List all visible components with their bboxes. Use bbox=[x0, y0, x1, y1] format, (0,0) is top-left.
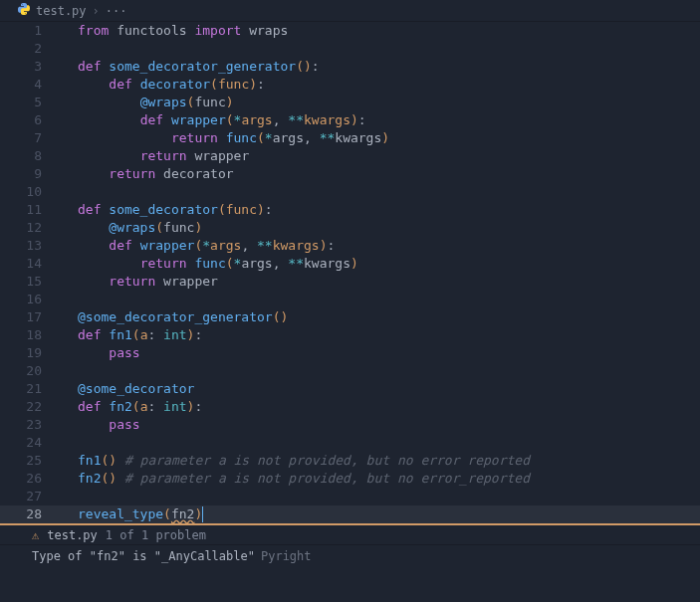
token: ** bbox=[257, 238, 273, 253]
code-content[interactable]: return wrapper bbox=[58, 273, 218, 291]
token: ) bbox=[194, 506, 202, 521]
code-content[interactable]: fn1() # parameter a is not provided, but… bbox=[58, 452, 530, 470]
token: func bbox=[163, 220, 194, 235]
token bbox=[78, 130, 171, 145]
token: kwargs bbox=[304, 256, 350, 271]
code-line[interactable]: 25fn1() # parameter a is not provided, b… bbox=[0, 452, 700, 470]
code-line[interactable]: 28reveal_type(fn2) bbox=[0, 505, 700, 523]
code-content[interactable]: pass bbox=[58, 416, 140, 434]
problems-filename: test.py bbox=[47, 528, 98, 542]
code-line[interactable]: 20 bbox=[0, 362, 700, 380]
python-file-icon bbox=[18, 3, 30, 18]
code-line[interactable]: 16 bbox=[0, 291, 700, 308]
code-content[interactable] bbox=[58, 362, 78, 380]
problems-bar[interactable]: ⚠ test.py 1 of 1 problem bbox=[0, 523, 700, 545]
line-number: 9 bbox=[0, 165, 58, 183]
line-number: 14 bbox=[0, 255, 58, 273]
code-content[interactable]: def wrapper(*args, **kwargs): bbox=[58, 111, 366, 129]
code-line[interactable]: 7 return func(*args, **kwargs) bbox=[0, 129, 700, 147]
diagnostic-message: Type of "fn2" is "_AnyCallable" bbox=[32, 549, 255, 563]
code-line[interactable]: 18def fn1(a: int): bbox=[0, 326, 700, 344]
token: func bbox=[194, 256, 225, 271]
code-content[interactable]: def wrapper(*args, **kwargs): bbox=[58, 237, 335, 255]
code-editor[interactable]: 1from functools import wraps23def some_d… bbox=[0, 22, 700, 523]
code-content[interactable]: @wraps(func) bbox=[58, 219, 202, 237]
token: fn1 bbox=[109, 327, 131, 342]
code-content[interactable]: return wrapper bbox=[58, 147, 249, 165]
token: func bbox=[194, 95, 225, 109]
token: : bbox=[358, 112, 366, 127]
code-content[interactable] bbox=[58, 183, 78, 201]
code-line[interactable]: 21@some_decorator bbox=[0, 380, 700, 398]
code-content[interactable]: pass bbox=[58, 344, 140, 362]
code-line[interactable]: 1from functools import wraps bbox=[0, 22, 700, 40]
code-content[interactable]: return decorator bbox=[58, 165, 234, 183]
code-content[interactable]: @some_decorator_generator() bbox=[58, 308, 288, 326]
code-content[interactable] bbox=[58, 434, 78, 452]
code-line[interactable]: 9 return decorator bbox=[0, 165, 700, 183]
code-line[interactable]: 12 @wraps(func) bbox=[0, 219, 700, 237]
token: * bbox=[265, 130, 273, 145]
token: some_decorator_generator bbox=[109, 59, 296, 74]
code-line[interactable]: 27 bbox=[0, 488, 700, 505]
line-number: 17 bbox=[0, 308, 58, 326]
token: * bbox=[202, 238, 210, 253]
code-content[interactable]: def fn2(a: int): bbox=[58, 398, 202, 416]
line-number: 21 bbox=[0, 380, 58, 398]
token: ) bbox=[257, 202, 265, 217]
token bbox=[78, 417, 109, 432]
token: kwargs bbox=[304, 112, 350, 127]
code-content[interactable]: def some_decorator(func): bbox=[58, 201, 273, 219]
code-content[interactable]: def some_decorator_generator(): bbox=[58, 58, 320, 76]
line-number: 1 bbox=[0, 22, 58, 40]
code-line[interactable]: 11def some_decorator(func): bbox=[0, 201, 700, 219]
code-line[interactable]: 6 def wrapper(*args, **kwargs): bbox=[0, 111, 700, 129]
code-content[interactable]: fn2() # parameter a is not provided, but… bbox=[58, 470, 530, 488]
code-content[interactable] bbox=[58, 291, 78, 308]
token: ** bbox=[288, 256, 304, 271]
code-content[interactable] bbox=[58, 488, 78, 505]
token: ) bbox=[350, 112, 358, 127]
code-line[interactable]: 13 def wrapper(*args, **kwargs): bbox=[0, 237, 700, 255]
code-line[interactable]: 8 return wrapper bbox=[0, 147, 700, 165]
code-line[interactable]: 22def fn2(a: int): bbox=[0, 398, 700, 416]
token: def bbox=[78, 327, 101, 342]
line-number: 12 bbox=[0, 219, 58, 237]
code-line[interactable]: 15 return wrapper bbox=[0, 273, 700, 291]
token: some_decorator bbox=[109, 202, 218, 217]
token: ** bbox=[320, 130, 336, 145]
code-line[interactable]: 5 @wraps(func) bbox=[0, 94, 700, 111]
code-line[interactable]: 23 pass bbox=[0, 416, 700, 434]
code-content[interactable] bbox=[58, 40, 78, 58]
diagnostic-row[interactable]: Type of "fn2" is "_AnyCallable" Pyright bbox=[0, 545, 700, 567]
token bbox=[163, 112, 171, 127]
token bbox=[78, 256, 140, 271]
breadcrumb[interactable]: test.py › ··· bbox=[0, 0, 700, 22]
code-content[interactable]: def fn1(a: int): bbox=[58, 326, 202, 344]
code-content[interactable]: reveal_type(fn2) bbox=[58, 505, 203, 523]
token: def bbox=[78, 202, 101, 217]
token bbox=[132, 238, 140, 253]
code-content[interactable]: def decorator(func): bbox=[58, 76, 265, 94]
code-line[interactable]: 17@some_decorator_generator() bbox=[0, 308, 700, 326]
token: int bbox=[163, 327, 186, 342]
token: () bbox=[101, 453, 117, 468]
code-line[interactable]: 3def some_decorator_generator(): bbox=[0, 58, 700, 76]
code-content[interactable]: @some_decorator bbox=[58, 380, 194, 398]
token: return bbox=[171, 130, 218, 145]
code-content[interactable]: from functools import wraps bbox=[58, 22, 288, 40]
code-line[interactable]: 24 bbox=[0, 434, 700, 452]
token: def bbox=[109, 238, 131, 253]
code-content[interactable]: return func(*args, **kwargs) bbox=[58, 255, 358, 273]
token bbox=[78, 112, 140, 127]
token: ) bbox=[381, 130, 389, 145]
code-content[interactable]: @wraps(func) bbox=[58, 94, 234, 111]
code-line[interactable]: 4 def decorator(func): bbox=[0, 76, 700, 94]
code-line[interactable]: 19 pass bbox=[0, 344, 700, 362]
code-line[interactable]: 26fn2() # parameter a is not provided, b… bbox=[0, 470, 700, 488]
code-line[interactable]: 2 bbox=[0, 40, 700, 58]
code-content[interactable]: return func(*args, **kwargs) bbox=[58, 129, 389, 147]
token: wrapper bbox=[187, 148, 250, 163]
code-line[interactable]: 14 return func(*args, **kwargs) bbox=[0, 255, 700, 273]
code-line[interactable]: 10 bbox=[0, 183, 700, 201]
